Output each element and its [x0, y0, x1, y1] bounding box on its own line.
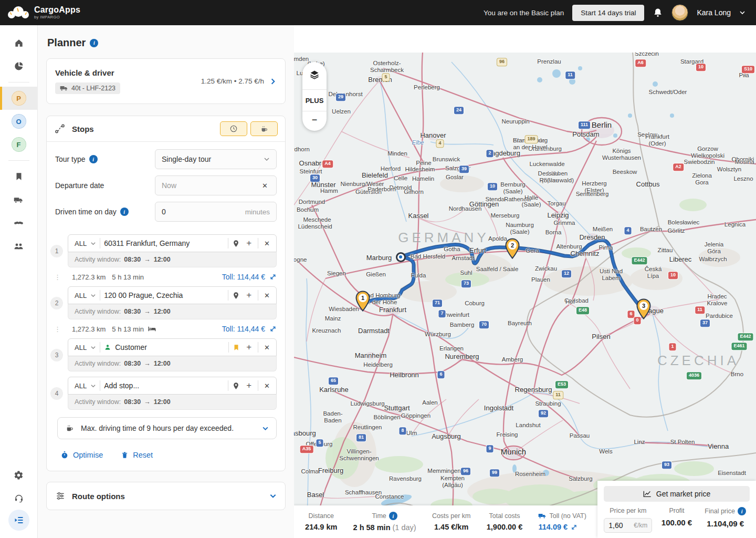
departure-date-input[interactable]: Now ✕ — [155, 175, 277, 195]
user-avatar[interactable] — [671, 4, 688, 21]
sidebar-item-home[interactable] — [0, 32, 38, 55]
start-trial-button[interactable]: Start 14 days trial — [572, 5, 644, 21]
sidebar-item-support[interactable] — [0, 487, 38, 510]
chevron-down-icon[interactable] — [269, 492, 277, 500]
planner-panel: Planner i Vehicle & driver 40t - LHF-212… — [38, 25, 294, 538]
add-below-icon[interactable]: + — [244, 380, 254, 391]
get-market-price-button[interactable]: Get market price — [604, 486, 750, 502]
coffee-icon — [260, 125, 269, 133]
driven-time-info-icon[interactable]: i — [120, 208, 129, 216]
stop-row: 1 ALL 60311 Frankfurt, Germany + ✕ — [49, 234, 277, 267]
drag-handle-icon[interactable]: ⋮ — [54, 325, 68, 333]
stop-input[interactable]: ALL Add stop... + ✕ — [68, 377, 277, 395]
activity-window[interactable]: Activity window:08:30→12:00 — [68, 395, 277, 410]
stop-type-select[interactable]: ALL — [75, 382, 87, 390]
plan-notice: You are on the Basic plan — [484, 9, 564, 17]
trash-icon — [121, 451, 129, 459]
chevron-right-icon[interactable] — [269, 78, 277, 85]
route-stats-bar: Distance 214.9 km Timei 2 h 58 min (1 da… — [294, 505, 597, 538]
location-pin-icon[interactable] — [232, 292, 240, 299]
vehicle-driver-card[interactable]: Vehicle & driver 40t - LHF-2123 1.25 €/k… — [46, 58, 286, 104]
add-below-icon[interactable]: + — [244, 238, 254, 249]
remove-stop-icon[interactable]: ✕ — [262, 343, 272, 353]
final-price-info-icon[interactable]: i — [738, 507, 746, 515]
stat-distance: Distance 214.9 km — [305, 512, 337, 531]
stop-type-select[interactable]: ALL — [75, 344, 87, 351]
stop-input[interactable]: ALL Customer + ✕ — [68, 338, 277, 356]
driven-time-input[interactable]: 0 minutes — [155, 202, 277, 222]
warning-text: Max. driving time of 9 hours per day exc… — [81, 424, 256, 432]
leg-row: ⋮ 1,272.3 km 5 h 13 min Toll: 114,44 € — [49, 325, 277, 333]
saved-bookmark-icon[interactable] — [233, 344, 240, 351]
time-info-icon[interactable]: i — [389, 512, 397, 520]
home-icon — [14, 38, 24, 48]
chevron-down-icon — [264, 156, 270, 162]
map-zoom-out-button[interactable]: − — [302, 111, 327, 129]
map-canvas[interactable]: GERMANYCZECHIAEmdenOsterholz- Scharmbeck… — [294, 53, 756, 538]
location-pin-icon[interactable] — [232, 240, 240, 247]
add-stop-input[interactable]: Add stop... — [104, 381, 224, 390]
map-layers-button[interactable] — [302, 64, 327, 85]
tour-type-info-icon[interactable]: i — [89, 155, 98, 163]
stat-costs-per-km: Costs per km 1.45 €/km — [432, 512, 471, 531]
expand-icon[interactable] — [269, 325, 277, 333]
breaks-toggle[interactable] — [250, 121, 278, 136]
app-logo[interactable]: CargoApps by IMPARGO — [7, 5, 80, 20]
price-per-km-input[interactable]: 1,60 €/km — [604, 518, 652, 533]
activity-window[interactable]: Activity window:08:30→12:00 — [68, 304, 277, 319]
expand-icon[interactable] — [571, 524, 578, 531]
location-pin-icon[interactable] — [232, 382, 240, 390]
time-windows-toggle[interactable] — [220, 121, 247, 136]
sidebar-item-bookmarks[interactable] — [0, 165, 38, 188]
leg-distance: 1,272.3 km — [72, 273, 106, 281]
tour-type-select[interactable]: Single-day tour — [155, 149, 277, 169]
stop-type-select[interactable]: ALL — [75, 292, 87, 299]
stop-customer[interactable]: Customer — [104, 343, 225, 351]
activity-window[interactable]: Activity window:08:30→12:00 — [68, 356, 277, 371]
sidebar-item-partners[interactable] — [0, 211, 38, 234]
sidebar-item-workspace-f[interactable]: F — [0, 133, 38, 156]
sliders-icon — [55, 491, 66, 501]
optimise-button[interactable]: Optimise — [60, 451, 103, 459]
clear-departure-icon[interactable]: ✕ — [260, 181, 270, 191]
sidebar-item-workspace-o[interactable]: O — [0, 110, 38, 133]
stop-row: 4 ALL Add stop... + ✕ Activity wi — [49, 377, 277, 410]
map-zoom-in-plus-button[interactable]: PLUS — [302, 90, 327, 111]
user-menu-chevron-icon[interactable] — [739, 9, 746, 16]
add-below-icon[interactable]: + — [244, 342, 254, 353]
leg-toll-link[interactable]: Toll: 114,44 € — [222, 325, 265, 333]
sidebar-item-team[interactable] — [0, 234, 38, 257]
stop-number: 1 — [50, 245, 63, 257]
collapse-sidebar-icon — [14, 515, 24, 525]
stop-input[interactable]: ALL 60311 Frankfurt, Germany + ✕ — [68, 234, 277, 252]
sidebar-item-analytics[interactable] — [0, 55, 38, 78]
stat-time: Timei 2 h 58 min (1 day) — [353, 512, 416, 532]
reset-button[interactable]: Reset — [121, 451, 153, 459]
stop-address[interactable]: 120 00 Prague, Czechia — [104, 291, 224, 299]
expand-icon[interactable] — [269, 273, 277, 281]
clock-icon — [229, 125, 238, 133]
sidebar-item-workspace-p[interactable]: P — [0, 87, 38, 110]
remove-stop-icon[interactable]: ✕ — [262, 381, 272, 391]
stop-address[interactable]: 60311 Frankfurt, Germany — [104, 239, 224, 247]
toll-value-link[interactable]: 114.09 € — [538, 523, 568, 531]
drag-handle-icon[interactable]: ⋮ — [54, 273, 68, 281]
leg-toll-link[interactable]: Toll: 114,44 € — [222, 273, 265, 281]
add-below-icon[interactable]: + — [244, 290, 254, 301]
stop-input[interactable]: ALL 120 00 Prague, Czechia + ✕ — [68, 286, 277, 304]
activity-window[interactable]: Activity window:08:30→12:00 — [68, 252, 277, 267]
chevron-down-icon[interactable] — [262, 425, 269, 432]
sidebar-collapse-button[interactable] — [8, 510, 29, 531]
planner-info-icon[interactable]: i — [90, 39, 98, 47]
sidebar-item-settings[interactable] — [0, 463, 38, 487]
route-options-card[interactable]: Route options — [46, 482, 286, 510]
departure-date-label: Departure date — [55, 181, 155, 190]
driving-time-warning[interactable]: Max. driving time of 9 hours per day exc… — [57, 417, 277, 439]
sidebar-item-fleet[interactable] — [0, 188, 38, 211]
remove-stop-icon[interactable]: ✕ — [262, 291, 272, 301]
cargoapps-logo-icon — [7, 5, 29, 20]
stop-type-select[interactable]: ALL — [75, 240, 87, 247]
notifications-bell-icon[interactable] — [653, 7, 663, 18]
chart-line-icon — [643, 490, 652, 498]
remove-stop-icon[interactable]: ✕ — [262, 239, 272, 249]
